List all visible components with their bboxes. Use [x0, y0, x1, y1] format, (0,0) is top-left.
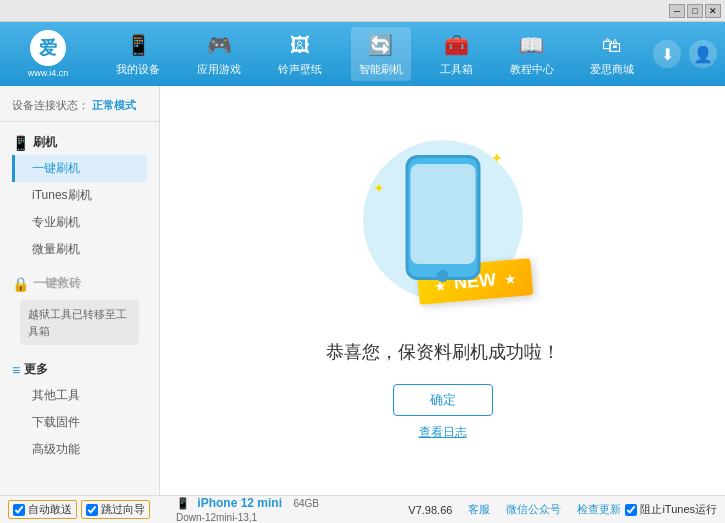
tutorials-icon: 📖: [518, 31, 546, 59]
title-bar: ─ □ ✕: [0, 0, 725, 22]
nav-tutorials[interactable]: 📖 教程中心: [502, 27, 562, 81]
my-device-icon: 📱: [124, 31, 152, 59]
maximize-button[interactable]: □: [687, 4, 703, 18]
check-update-link[interactable]: 检查更新: [577, 502, 621, 517]
minimize-button[interactable]: ─: [669, 4, 685, 18]
logo[interactable]: 爱 www.i4.cn: [8, 30, 88, 78]
wechat-public-link[interactable]: 微信公众号: [506, 502, 561, 517]
more-icon: ≡: [12, 362, 20, 378]
device-phone-icon: 📱: [176, 497, 190, 509]
phone-screen: [410, 164, 475, 264]
sidebar-micro-flash[interactable]: 微量刷机: [12, 236, 147, 263]
device-name: iPhone 12 mini: [197, 496, 282, 510]
customer-service-link[interactable]: 客服: [468, 502, 490, 517]
nav-smart-flash-label: 智能刷机: [359, 62, 403, 77]
main-layout: 设备连接状态： 正常模式 📱 刷机 一键刷机 iTunes刷机 专业刷机 微量刷…: [0, 86, 725, 495]
nav-right: ⬇ 👤: [653, 40, 717, 68]
flash-section-header: 📱 刷机: [12, 130, 147, 155]
rescue-info-box: 越狱工具已转移至工具箱: [20, 300, 139, 345]
content-area: ✦ ✦ ✦ NEW 恭喜您，保资料刷机成功啦！ 确定 查看日志: [160, 86, 725, 495]
bottom-right: V7.98.66 客服 微信公众号 检查更新: [408, 502, 621, 517]
status-value: 正常模式: [92, 99, 136, 111]
nav-tutorials-label: 教程中心: [510, 62, 554, 77]
ringtone-icon: 🖼: [286, 31, 314, 59]
device-status: 设备连接状态： 正常模式: [0, 94, 159, 122]
sidebar-pro-flash[interactable]: 专业刷机: [12, 209, 147, 236]
auto-send-input[interactable]: [13, 504, 25, 516]
bottom-bar: 自动敢送 跳过向导 📱 iPhone 12 mini 64GB Down-12m…: [0, 495, 725, 523]
nav-bar: 爱 www.i4.cn 📱 我的设备 🎮 应用游戏 🖼 铃声壁纸 🔄 智能刷机 …: [0, 22, 725, 86]
flash-section-label: 刷机: [33, 134, 57, 151]
nav-my-device[interactable]: 📱 我的设备: [108, 27, 168, 81]
rescue-icon: 🔒: [12, 276, 29, 292]
logo-url: www.i4.cn: [28, 68, 69, 78]
version-label: V7.98.66: [408, 504, 452, 516]
logo-icon: 爱: [30, 30, 66, 66]
bottom-left: 自动敢送 跳过向导: [8, 500, 168, 519]
nav-apple-store-label: 爱思商城: [590, 62, 634, 77]
device-info: 📱 iPhone 12 mini 64GB Down-12mini-13,1: [168, 496, 408, 524]
nav-apps-games-label: 应用游戏: [197, 62, 241, 77]
skip-wizard-checkbox[interactable]: 跳过向导: [81, 500, 150, 519]
nav-ringtone-label: 铃声壁纸: [278, 62, 322, 77]
more-label: 更多: [24, 361, 48, 378]
stop-itunes-checkbox[interactable]: [625, 504, 637, 516]
user-button[interactable]: 👤: [689, 40, 717, 68]
success-text: 恭喜您，保资料刷机成功啦！: [326, 340, 560, 364]
sidebar-download-firmware[interactable]: 下载固件: [12, 409, 147, 436]
status-label: 设备连接状态：: [12, 99, 89, 111]
stop-itunes-label: 阻止iTunes运行: [640, 502, 717, 517]
flash-section: 📱 刷机 一键刷机 iTunes刷机 专业刷机 微量刷机: [0, 126, 159, 267]
nav-apps-games[interactable]: 🎮 应用游戏: [189, 27, 249, 81]
nav-ringtone[interactable]: 🖼 铃声壁纸: [270, 27, 330, 81]
checkbox-group: 自动敢送 跳过向导: [8, 500, 150, 519]
phone-home-button: [437, 270, 449, 282]
smart-flash-icon: 🔄: [367, 31, 395, 59]
device-firmware: Down-12mini-13,1: [176, 512, 257, 523]
confirm-button[interactable]: 确定: [393, 384, 493, 416]
device-storage: 64GB: [293, 498, 319, 509]
nav-apple-store[interactable]: 🛍 爱思商城: [582, 27, 642, 81]
skip-wizard-input[interactable]: [86, 504, 98, 516]
toolbox-icon: 🧰: [442, 31, 470, 59]
sparkle-1: ✦: [491, 150, 503, 166]
stop-itunes: 阻止iTunes运行: [625, 502, 717, 517]
rescue-section-header: 🔒 一键救砖: [12, 271, 147, 296]
sidebar-other-tools[interactable]: 其他工具: [12, 382, 147, 409]
success-illustration: ✦ ✦ ✦ NEW: [363, 140, 523, 320]
apple-store-icon: 🛍: [598, 31, 626, 59]
nav-items: 📱 我的设备 🎮 应用游戏 🖼 铃声壁纸 🔄 智能刷机 🧰 工具箱 📖 教程中心…: [98, 27, 653, 81]
apps-games-icon: 🎮: [205, 31, 233, 59]
more-section-header: ≡ 更多: [12, 357, 147, 382]
sidebar: 设备连接状态： 正常模式 📱 刷机 一键刷机 iTunes刷机 专业刷机 微量刷…: [0, 86, 160, 495]
flash-section-icon: 📱: [12, 135, 29, 151]
rescue-label: 一键救砖: [33, 275, 81, 292]
phone-wrapper: ✦ ✦ ✦ NEW: [363, 140, 523, 320]
sidebar-itunes-flash[interactable]: iTunes刷机: [12, 182, 147, 209]
auto-send-checkbox[interactable]: 自动敢送: [8, 500, 77, 519]
nav-smart-flash[interactable]: 🔄 智能刷机: [351, 27, 411, 81]
download-button[interactable]: ⬇: [653, 40, 681, 68]
sparkle-2: ✦: [373, 180, 385, 196]
nav-my-device-label: 我的设备: [116, 62, 160, 77]
nav-toolbox[interactable]: 🧰 工具箱: [432, 27, 481, 81]
rescue-section: 🔒 一键救砖 越狱工具已转移至工具箱: [0, 267, 159, 353]
phone-body: [405, 155, 480, 280]
nav-toolbox-label: 工具箱: [440, 62, 473, 77]
sidebar-advanced[interactable]: 高级功能: [12, 436, 147, 463]
sidebar-one-key-flash[interactable]: 一键刷机: [12, 155, 147, 182]
more-section: ≡ 更多 其他工具 下载固件 高级功能: [0, 353, 159, 467]
goto-log-link[interactable]: 查看日志: [419, 424, 467, 441]
close-button[interactable]: ✕: [705, 4, 721, 18]
